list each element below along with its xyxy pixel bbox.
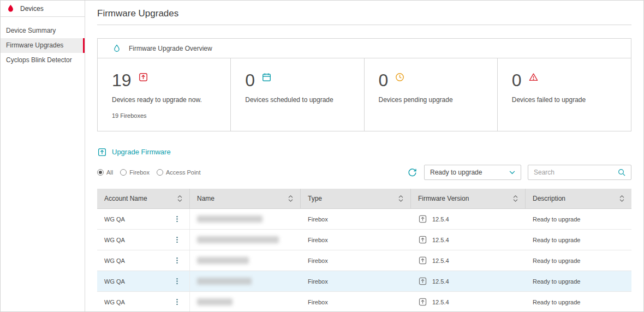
radio-access-point[interactable]: Access Point	[157, 169, 201, 176]
column-header-firmware-version[interactable]: Firmware Version	[411, 189, 526, 208]
upgrade-icon	[418, 277, 427, 286]
redacted-device-name	[197, 215, 263, 223]
sidebar-item-firmware-upgrades[interactable]: Firmware Upgrades	[1, 38, 85, 53]
devices-table: Account Name Name Type Firmware Version …	[97, 189, 631, 311]
account-name: WG QA	[104, 257, 125, 264]
sidebar-header-devices[interactable]: Devices	[1, 1, 85, 17]
redacted-device-name	[197, 298, 232, 305]
sort-icon	[619, 195, 624, 202]
kebab-icon	[173, 298, 181, 306]
sort-icon	[513, 195, 518, 202]
table-row[interactable]: WG QA Firebox 12.5.4 Ready to upgrade	[97, 292, 631, 311]
column-header-type[interactable]: Type	[301, 189, 411, 208]
warning-triangle-icon	[528, 72, 539, 82]
stat-value: 0	[379, 71, 389, 89]
upgrade-firmware-button[interactable]: Upgrade Firmware	[97, 147, 171, 157]
column-label: Firmware Version	[418, 195, 469, 202]
redacted-device-name	[197, 278, 252, 285]
device-name-cell	[190, 250, 301, 271]
column-label: Description	[533, 195, 565, 202]
table-body: WG QA Firebox 12.5.4 Ready to upgrade WG…	[97, 209, 631, 311]
account-name-cell: WG QA	[97, 292, 190, 311]
upgrade-icon	[418, 235, 427, 244]
account-name-cell: WG QA	[97, 209, 190, 229]
radio-dot	[157, 169, 163, 176]
table-row[interactable]: WG QA Firebox 12.5.4 Ready to upgrade	[97, 230, 631, 250]
column-header-name[interactable]: Name	[190, 189, 301, 208]
column-label: Type	[308, 195, 322, 202]
firmware-version-cell: 12.5.4	[411, 230, 526, 250]
radio-dot	[120, 169, 127, 176]
stat-sublabel: 19 Fireboxes	[112, 112, 216, 119]
sidebar-nav: Device Summary Firmware Upgrades Cyclops…	[1, 17, 85, 68]
sidebar-item-label: Firmware Upgrades	[6, 41, 63, 49]
sidebar-item-device-summary[interactable]: Device Summary	[1, 23, 85, 38]
table-header: Account Name Name Type Firmware Version …	[97, 189, 631, 209]
table-row[interactable]: WG QA Firebox 12.5.4 Ready to upgrade	[97, 250, 631, 271]
stat-value: 0	[245, 71, 255, 89]
device-name-cell	[190, 271, 301, 291]
row-actions-button[interactable]	[172, 235, 182, 245]
column-label: Name	[197, 195, 214, 202]
stat-label: Devices scheduled to upgrade	[245, 96, 349, 104]
row-actions-button[interactable]	[172, 214, 182, 224]
stat-pending-upgrade: 0 Devices pending upgrade	[365, 58, 498, 131]
column-header-description[interactable]: Description	[526, 189, 631, 208]
chevron-down-icon	[509, 171, 515, 175]
sidebar: Devices Device Summary Firmware Upgrades…	[1, 1, 85, 311]
sidebar-header-label: Devices	[20, 5, 44, 13]
search-box	[528, 165, 631, 180]
row-actions-button[interactable]	[172, 297, 182, 307]
refresh-icon	[407, 167, 418, 178]
account-name-cell: WG QA	[97, 250, 190, 271]
kebab-icon	[173, 215, 181, 223]
search-input[interactable]	[534, 169, 617, 176]
firmware-upgrade-overview-card: Firmware Upgrade Overview 19 Devices rea…	[97, 38, 631, 131]
row-actions-button[interactable]	[172, 276, 182, 286]
app-window: Devices Device Summary Firmware Upgrades…	[0, 0, 644, 312]
sort-icon	[398, 195, 403, 202]
stat-label: Devices pending upgrade	[379, 96, 483, 104]
radio-label: Firebox	[129, 169, 150, 176]
description-cell: Ready to upgrade	[526, 209, 631, 229]
upgrade-icon	[418, 256, 427, 265]
device-type-radio-group: All Firebox Access Point	[97, 169, 201, 176]
firmware-version-cell: 12.5.4	[411, 292, 526, 311]
clock-icon	[395, 72, 405, 82]
radio-label: Access Point	[166, 169, 201, 176]
upgrade-icon	[97, 147, 107, 157]
sidebar-item-cyclops-blink-detector[interactable]: Cyclops Blink Detector	[1, 53, 85, 68]
account-name: WG QA	[104, 216, 125, 223]
stat-failed-to-upgrade: 0 Devices failed to upgrade	[498, 58, 631, 131]
description-cell: Ready to upgrade	[526, 271, 631, 291]
filter-row: All Firebox Access Point Ready to upgrad…	[97, 165, 631, 180]
refresh-button[interactable]	[407, 167, 418, 178]
column-header-account-name[interactable]: Account Name	[97, 189, 190, 208]
search-icon[interactable]	[617, 168, 626, 177]
row-actions-button[interactable]	[172, 255, 182, 266]
type-cell: Firebox	[301, 209, 411, 229]
firmware-version-cell: 12.5.4	[411, 271, 526, 291]
firmware-version-cell: 12.5.4	[411, 209, 526, 229]
radio-all[interactable]: All	[97, 169, 113, 176]
table-row[interactable]: WG QA Firebox 12.5.4 Ready to upgrade	[97, 209, 631, 230]
status-filter-dropdown[interactable]: Ready to upgrade	[424, 165, 521, 180]
account-name: WG QA	[104, 278, 125, 285]
sort-icon	[288, 195, 293, 202]
radio-firebox[interactable]: Firebox	[120, 169, 150, 176]
description-cell: Ready to upgrade	[526, 292, 631, 311]
firmware-version: 12.5.4	[432, 299, 449, 305]
sidebar-item-label: Cyclops Blink Detector	[6, 56, 72, 64]
kebab-icon	[173, 277, 181, 285]
page-title: Firmware Upgrades	[97, 8, 631, 25]
account-name: WG QA	[104, 299, 125, 305]
stat-ready-to-upgrade: 19 Devices ready to upgrade now. 19 Fire…	[98, 58, 231, 131]
table-row[interactable]: WG QA Firebox 12.5.4 Ready to upgrade	[97, 271, 631, 292]
device-name-cell	[190, 230, 301, 250]
sidebar-item-label: Device Summary	[6, 27, 56, 34]
type-cell: Firebox	[301, 271, 411, 291]
type-cell: Firebox	[301, 250, 411, 271]
stat-label: Devices failed to upgrade	[512, 96, 617, 104]
overview-card-title: Firmware Upgrade Overview	[129, 45, 212, 52]
radio-dot	[97, 169, 104, 176]
